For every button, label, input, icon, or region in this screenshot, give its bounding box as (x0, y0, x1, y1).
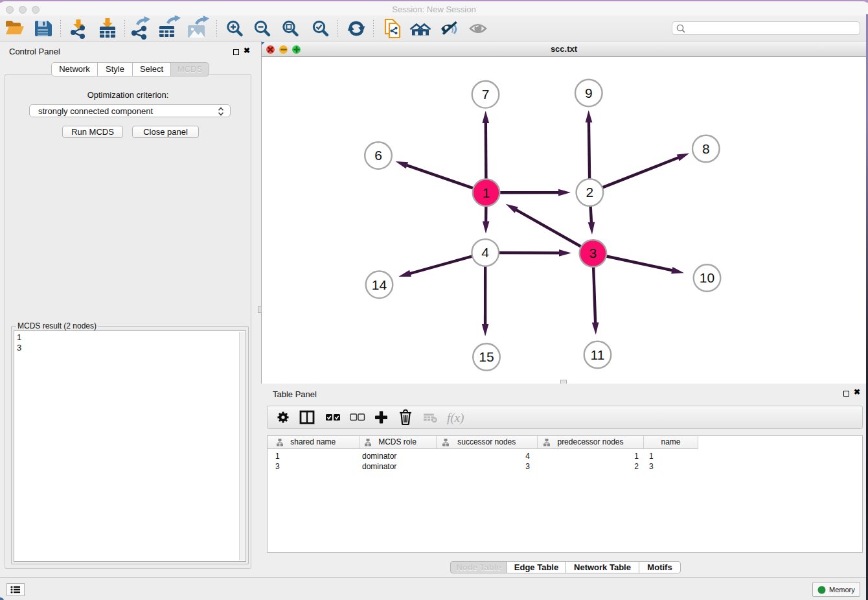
svg-text:2: 2 (586, 185, 594, 200)
svg-text:15: 15 (479, 349, 494, 364)
svg-text:1: 1 (483, 185, 490, 200)
svg-text:6: 6 (374, 148, 382, 163)
svg-text:10: 10 (700, 270, 714, 285)
svg-text:9: 9 (585, 86, 593, 100)
svg-text:4: 4 (481, 245, 489, 260)
svg-text:14: 14 (372, 277, 387, 292)
svg-text:11: 11 (591, 347, 605, 362)
svg-text:7: 7 (482, 87, 490, 102)
svg-text:3: 3 (589, 246, 597, 260)
svg-text:8: 8 (702, 141, 710, 156)
svg-text:f(x): f(x) (447, 411, 464, 425)
